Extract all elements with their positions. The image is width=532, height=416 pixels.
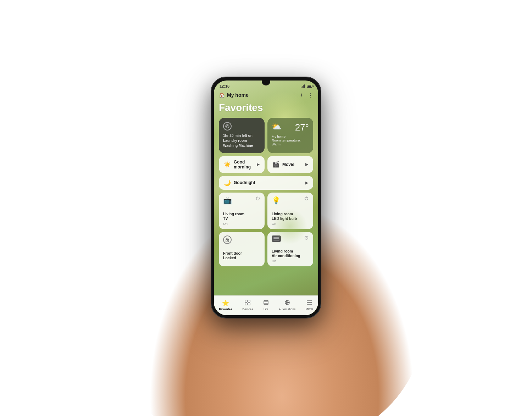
tv-power-icon[interactable] [255,196,260,201]
battery-fill [307,85,311,87]
menu-button[interactable]: ⋮ [307,92,313,99]
living-room-ac-card[interactable]: Living roomAir conditioning On [267,232,313,266]
svg-rect-5 [248,300,250,302]
nav-devices[interactable]: Devices [242,300,253,311]
life-icon [263,300,269,306]
goodnight-play-icon[interactable]: ▶ [305,181,308,185]
scene: 12:16 [0,0,532,416]
scene-cards-container: ☀️ Good morning ▶ 🎬 Movie ▶ [219,156,313,190]
favorites-nav-label: Favorites [219,307,232,311]
scene-goodnight-card[interactable]: 🌙 Goodnight ▶ [219,176,313,190]
devices-nav-label: Devices [242,307,253,311]
menu-svg [306,300,312,305]
page-title: Favorites [219,102,313,113]
signal-bar-3 [303,85,304,88]
ac-icon [272,235,281,242]
status-icons [301,84,312,88]
weather-card[interactable]: ⛅ 27° My home Room temperature: Warm [267,118,313,153]
bulb-icon: 💡 [272,196,281,205]
moon-icon: 🌙 [224,179,231,186]
svg-rect-8 [264,300,268,305]
automations-svg [284,300,290,305]
ac-card-status: On [272,259,309,263]
ac-card-title: Living roomAir conditioning [272,249,309,259]
battery-icon [307,85,312,88]
movie-icon: 🎬 [272,161,279,168]
living-room-tv-card[interactable]: 📺 Living roomTV On [219,193,265,229]
lock-icon [223,235,232,244]
washing-machine-card[interactable]: 1hr 20 min left on Laundry room Washing … [219,118,265,153]
nav-favorites[interactable]: ⭐ Favorites [219,300,232,311]
front-door-card[interactable]: Front doorLocked [219,232,265,266]
living-room-led-card[interactable]: 💡 Living roomLED light bulb On [267,193,313,229]
washer-icon [223,122,232,131]
scene-goodnight-left: 🌙 Goodnight [224,179,255,186]
scene-row-1: ☀️ Good morning ▶ 🎬 Movie ▶ [219,156,313,173]
status-time: 12:16 [220,84,229,88]
app-content: 🏠 My home + ⋮ Favorites [214,92,318,267]
svg-point-1 [227,125,228,127]
svg-rect-6 [245,303,247,305]
scene-good-morning-card[interactable]: ☀️ Good morning ▶ [219,156,265,173]
tv-card-title: Living roomTV [223,212,260,221]
ac-line-2 [273,238,279,239]
phone-body: 12:16 [211,77,321,318]
menu-nav-icon [306,300,312,306]
door-card-top [223,235,260,244]
svg-point-3 [227,240,228,241]
home-title: My home [227,92,249,98]
washer-card-text: 1hr 20 min left on Laundry room Washing … [223,133,260,148]
lock-svg [226,238,229,242]
scene-movie-card[interactable]: 🎬 Movie ▶ [267,156,313,173]
app-header: 🏠 My home + ⋮ [219,92,313,99]
add-button[interactable]: + [300,92,303,99]
life-svg [263,300,269,305]
phone-screen: 12:16 [214,81,318,315]
signal-bar-1 [301,87,301,88]
movie-play-icon[interactable]: ▶ [305,162,308,167]
weather-detail: Warm [272,142,309,146]
led-card-title: Living roomLED light bulb [272,212,309,221]
signal-bar-2 [302,86,303,88]
led-power-icon[interactable] [304,196,309,201]
led-card-top: 💡 [272,196,309,205]
life-nav-label: Life [264,307,268,311]
sun-icon: ☀️ [224,161,231,168]
nav-menu[interactable]: Menu [306,300,313,311]
weather-temp: 27° [295,122,309,133]
nav-automations[interactable]: Automations [279,300,295,311]
devices-icon [245,300,250,306]
weather-condition: Room temperature: [272,138,309,142]
automations-nav-label: Automations [279,307,295,311]
tv-card-top: 📺 [223,196,260,205]
signal-icon [301,84,305,88]
scene-good-morning-label: Good morning [234,160,257,170]
washer-svg [225,124,230,129]
notch-cutout [262,81,270,85]
scene-movie-label: Movie [282,162,294,167]
svg-marker-12 [287,301,289,304]
home-label: 🏠 My home [219,92,249,98]
device-cards-grid: 📺 Living roomTV On 💡 [219,193,313,267]
scene-good-morning-left: ☀️ Good morning [224,160,257,170]
weather-home-label: My home [272,134,309,138]
favorites-icon: ⭐ [222,300,229,306]
tv-card-status: On [223,222,260,226]
menu-nav-label: Menu [306,307,313,311]
scene-movie-left: 🎬 Movie [272,161,294,168]
door-card-title: Front doorLocked [223,251,260,261]
ac-card-top [272,235,309,242]
bottom-nav: ⭐ Favorites Devices [214,295,318,315]
svg-rect-4 [245,300,247,302]
header-actions: + ⋮ [300,92,313,99]
led-card-status: On [272,222,309,226]
weather-icon-row: ⛅ 27° [272,122,309,133]
good-morning-play-icon[interactable]: ▶ [257,162,260,167]
ac-line-3 [273,240,279,240]
ac-line-1 [273,237,279,238]
weather-emoji: ⛅ [272,122,281,131]
nav-life[interactable]: Life [263,300,269,311]
devices-svg [245,300,250,305]
ac-power-icon[interactable] [304,235,309,240]
home-icon: 🏠 [219,92,225,98]
